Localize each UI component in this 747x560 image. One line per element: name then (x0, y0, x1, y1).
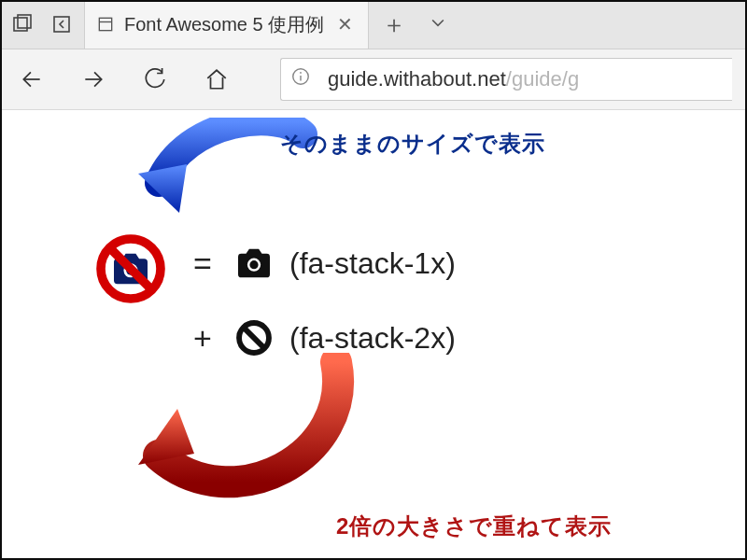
annotation-top: そのままのサイズで表示 (280, 129, 545, 159)
forward-button[interactable] (77, 63, 110, 96)
site-info-icon[interactable] (290, 66, 311, 92)
svg-marker-10 (138, 164, 187, 213)
svg-rect-2 (54, 17, 69, 32)
annotation-bottom: 2倍の大きさで重ねて表示 (336, 511, 612, 541)
svg-rect-3 (99, 18, 111, 30)
refresh-button[interactable] (138, 63, 172, 96)
tab-title: Font Awesome 5 使用例 (124, 12, 324, 37)
svg-point-16 (249, 260, 258, 269)
arrow-bottom (121, 353, 364, 534)
set-aside-tabs-icon[interactable] (9, 11, 35, 37)
ban-icon (93, 231, 168, 306)
home-button[interactable] (200, 63, 233, 96)
browser-toolbar: guide.withabout.net/guide/g (0, 49, 747, 110)
equation-line-1: = (fa-stack-1x) (187, 241, 456, 286)
camera-icon (232, 241, 276, 286)
svg-rect-1 (18, 15, 31, 28)
new-tab-icon[interactable]: ＋ (382, 8, 406, 41)
titlebar-left-controls (0, 0, 85, 49)
tab-dropdown-icon[interactable] (429, 13, 447, 35)
tab-actions: ＋ (369, 0, 460, 49)
show-aside-tabs-icon[interactable] (49, 11, 75, 37)
page-content: そのままのサイズで表示 = (fa-stack-1x) (0, 110, 747, 560)
equals-operator: = (187, 245, 218, 282)
page-icon (96, 15, 115, 34)
stacked-icon-demo (93, 231, 168, 306)
line2-label: (fa-stack-2x) (289, 321, 456, 356)
browser-tab[interactable]: Font Awesome 5 使用例 ✕ (85, 0, 369, 49)
back-button[interactable] (15, 63, 49, 96)
url-host: guide.withabout.net (328, 67, 506, 91)
svg-line-18 (244, 328, 264, 348)
window-titlebar: Font Awesome 5 使用例 ✕ ＋ (0, 0, 747, 49)
plus-operator: + (187, 320, 218, 357)
svg-point-9 (300, 72, 302, 74)
line1-label: (fa-stack-1x) (289, 246, 456, 281)
url-path: /guide/g (506, 67, 579, 91)
close-icon[interactable]: ✕ (333, 13, 357, 35)
svg-rect-0 (14, 18, 27, 31)
address-bar[interactable]: guide.withabout.net/guide/g (280, 58, 732, 101)
svg-line-14 (110, 248, 152, 290)
